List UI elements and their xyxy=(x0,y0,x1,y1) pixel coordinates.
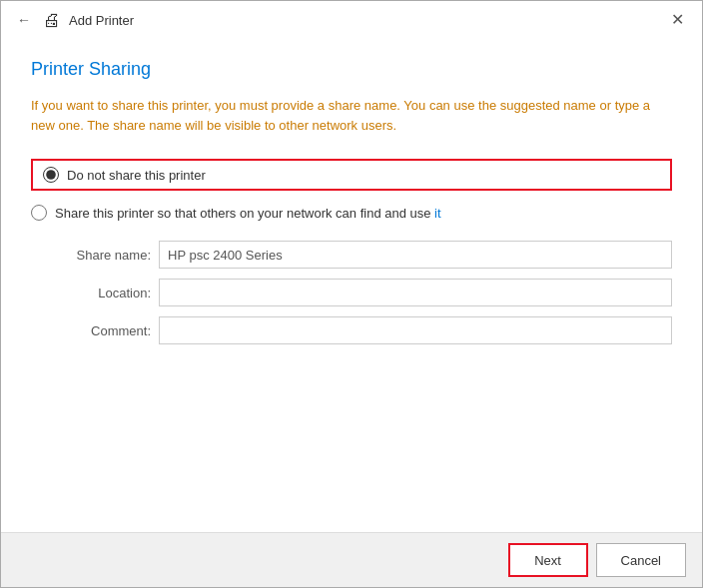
close-button[interactable]: ✕ xyxy=(665,10,690,30)
share-option[interactable]: Share this printer so that others on you… xyxy=(31,205,672,221)
no-share-radio[interactable] xyxy=(43,167,59,183)
no-share-label: Do not share this printer xyxy=(67,168,206,183)
printer-icon: 🖨 xyxy=(43,10,61,31)
title-bar: ← 🖨 Add Printer ✕ xyxy=(1,1,702,39)
radio-group: Do not share this printer Share this pri… xyxy=(31,159,672,221)
section-title: Printer Sharing xyxy=(31,59,672,80)
share-name-input[interactable] xyxy=(159,241,672,269)
comment-input[interactable] xyxy=(159,316,672,344)
next-button[interactable]: Next xyxy=(508,543,588,577)
share-label: Share this printer so that others on you… xyxy=(55,206,441,221)
share-radio[interactable] xyxy=(31,205,47,221)
window-title: Add Printer xyxy=(69,13,134,28)
printer-fields: Share name: Location: Comment: xyxy=(51,241,672,344)
comment-label: Comment: xyxy=(51,323,151,338)
footer: Next Cancel xyxy=(1,532,702,587)
cancel-button[interactable]: Cancel xyxy=(596,543,686,577)
location-input[interactable] xyxy=(159,279,672,306)
share-label-link: it xyxy=(434,206,441,221)
location-label: Location: xyxy=(51,286,151,300)
info-text: If you want to share this printer, you m… xyxy=(31,96,672,135)
no-share-option[interactable]: Do not share this printer xyxy=(31,159,672,191)
share-name-label: Share name: xyxy=(51,248,151,263)
content-area: Printer Sharing If you want to share thi… xyxy=(1,39,702,532)
title-bar-left: ← 🖨 Add Printer xyxy=(13,10,134,31)
share-label-prefix: Share this printer so that others on you… xyxy=(55,206,434,221)
back-arrow-icon[interactable]: ← xyxy=(13,10,35,30)
add-printer-window: ← 🖨 Add Printer ✕ Printer Sharing If you… xyxy=(0,0,703,588)
